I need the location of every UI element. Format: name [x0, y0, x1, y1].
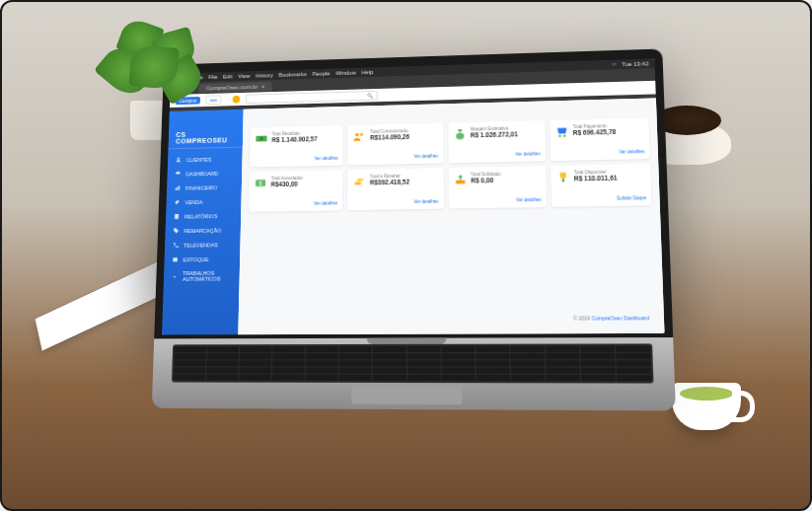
- svg-rect-6: [173, 257, 178, 261]
- clock[interactable]: Tue 13:42: [622, 61, 649, 68]
- sidebar-item-label: RELATÓRIOS: [185, 213, 217, 219]
- svg-point-11: [360, 133, 363, 136]
- menubar-item[interactable]: History: [256, 72, 273, 78]
- menubar-item[interactable]: Help: [361, 69, 373, 75]
- phone-icon: [173, 242, 180, 249]
- svg-point-0: [178, 158, 180, 160]
- sidebar-item-label: ESTOQUE: [184, 256, 209, 262]
- decorative-plant: [91, 12, 239, 150]
- svg-rect-20: [561, 179, 563, 182]
- card-total-recebido: Total Recebido R$ 1.140.902,57 Ver detal…: [250, 125, 343, 167]
- sidebar-item-dashboard[interactable]: DASHBOARD: [167, 166, 242, 182]
- card-value: R$114.090,26: [370, 133, 409, 141]
- sidebar-item-label: FINANCEIRO: [185, 184, 217, 190]
- people-icon: [353, 129, 367, 143]
- card-total-a-receber: Total a Receber R$392.418,52 Ver detalhe…: [347, 168, 443, 210]
- coins-icon: [352, 175, 366, 188]
- search-input[interactable]: 🔍: [245, 90, 377, 103]
- svg-point-7: [174, 275, 176, 277]
- card-request-link[interactable]: Solicite Saque: [556, 195, 646, 202]
- wifi-icon[interactable]: ⌔: [613, 62, 617, 68]
- sidebar-item-label: CLIENTES: [186, 156, 212, 162]
- search-icon: 🔍: [367, 92, 373, 98]
- app-footer: © 2019 CompreOseu Dashboard: [246, 311, 655, 327]
- card-details-link[interactable]: Ver detalhes: [352, 199, 438, 205]
- users-icon: [175, 157, 182, 164]
- menubar-item[interactable]: Window: [335, 70, 356, 76]
- svg-rect-19: [456, 181, 465, 184]
- card-details-link[interactable]: Ver detalhes: [555, 149, 645, 156]
- sidebar-item-estoque[interactable]: ESTOQUE: [164, 252, 240, 267]
- footer-copyright: © 2019: [573, 315, 590, 321]
- hammer-icon: [174, 198, 181, 205]
- sidebar-item-financeiro[interactable]: FINANCEIRO: [167, 180, 242, 195]
- coffee-cup: [672, 383, 741, 430]
- sidebar-item-remarcacao[interactable]: REMARCAÇÃO: [165, 223, 241, 239]
- sidebar-item-clientes[interactable]: CLIENTES: [168, 151, 243, 167]
- card-total-solicitado: Total Solicitado R$ 0,00 Ver detalhes: [448, 166, 547, 208]
- cart-icon: [554, 124, 569, 138]
- menubar-item[interactable]: People: [313, 71, 331, 77]
- main-content: Total Recebido R$ 1.140.902,57 Ver detal…: [238, 98, 664, 334]
- sidebar-item-label: TELEVENDAS: [184, 242, 218, 248]
- money-icon: [255, 132, 268, 146]
- sidebar-item-label: REMARCAÇÃO: [184, 227, 221, 233]
- svg-point-18: [357, 179, 364, 182]
- sidebar-item-venda[interactable]: VENDA: [166, 194, 241, 210]
- sidebar-item-label: DASHBOARD: [185, 171, 218, 177]
- box-icon: [172, 256, 179, 262]
- card-value: R$ 1.140.902,57: [271, 135, 317, 143]
- dollar-icon: $: [254, 177, 267, 190]
- gauge-icon: [175, 171, 182, 178]
- svg-point-12: [456, 133, 464, 140]
- sidebar-item-label: VENDA: [185, 199, 202, 205]
- svg-point-14: [563, 135, 565, 137]
- card-total-disponivel: Total Disponível R$ 110.011,61 Solicite …: [551, 164, 651, 207]
- card-value: R$ 110.011,61: [574, 175, 618, 182]
- moneybag-icon: [453, 127, 467, 141]
- sidebar-item-relatorios[interactable]: RELATÓRIOS: [166, 208, 241, 224]
- trophy-icon: [555, 171, 570, 184]
- tag-icon: [173, 227, 180, 234]
- card-details-link[interactable]: Ver detalhes: [453, 197, 541, 203]
- upload-icon: [453, 173, 467, 186]
- card-details-link[interactable]: Ver detalhes: [255, 156, 338, 163]
- card-margem-estimativa: Margem Estimativa R$ 1.026.272,01 Ver de…: [448, 120, 546, 163]
- card-total-pagamento: Total Pagamento R$ 696.425,78 Ver detalh…: [550, 117, 650, 161]
- close-tab-icon[interactable]: ×: [261, 84, 264, 90]
- footer-link[interactable]: CompreOseu Dashboard: [591, 315, 649, 322]
- card-value: R$430,00: [271, 181, 303, 187]
- card-details-link[interactable]: Ver detalhes: [453, 151, 541, 158]
- card-total-associados: $ Total Associados R$430,00 Ver detalhes: [249, 170, 343, 211]
- svg-rect-4: [179, 185, 180, 189]
- card-value: R$392.418,52: [370, 179, 409, 186]
- card-details-link[interactable]: Ver detalhes: [254, 201, 338, 207]
- sidebar-item-label: TRABALHOS AUTOMÁTICOS: [183, 270, 232, 282]
- sidebar-item-trabalhos[interactable]: TRABALHOS AUTOMÁTICOS: [164, 266, 240, 286]
- menubar-item[interactable]: Bookmarks: [278, 71, 307, 77]
- document-icon: [174, 213, 181, 220]
- laptop-base: [152, 337, 676, 410]
- card-value: R$ 0,00: [471, 177, 501, 183]
- card-value: R$ 1.026.272,01: [471, 130, 518, 138]
- svg-point-13: [558, 135, 560, 137]
- sidebar-item-televendas[interactable]: TELEVENDAS: [165, 237, 241, 253]
- svg-rect-3: [177, 186, 178, 189]
- chart-icon: [175, 184, 182, 191]
- svg-rect-2: [176, 188, 177, 190]
- card-total-comissionado: Total Comissionado R$114.090,26 Ver deta…: [347, 123, 443, 166]
- card-details-link[interactable]: Ver detalhes: [352, 154, 438, 161]
- gear-icon: [172, 273, 179, 280]
- card-value: R$ 696.425,78: [573, 128, 617, 136]
- svg-rect-5: [175, 214, 179, 219]
- svg-point-10: [355, 133, 358, 136]
- dashboard-grid: Total Recebido R$ 1.140.902,57 Ver detal…: [249, 117, 651, 211]
- svg-point-17: [354, 182, 361, 185]
- menubar-item[interactable]: View: [238, 73, 250, 79]
